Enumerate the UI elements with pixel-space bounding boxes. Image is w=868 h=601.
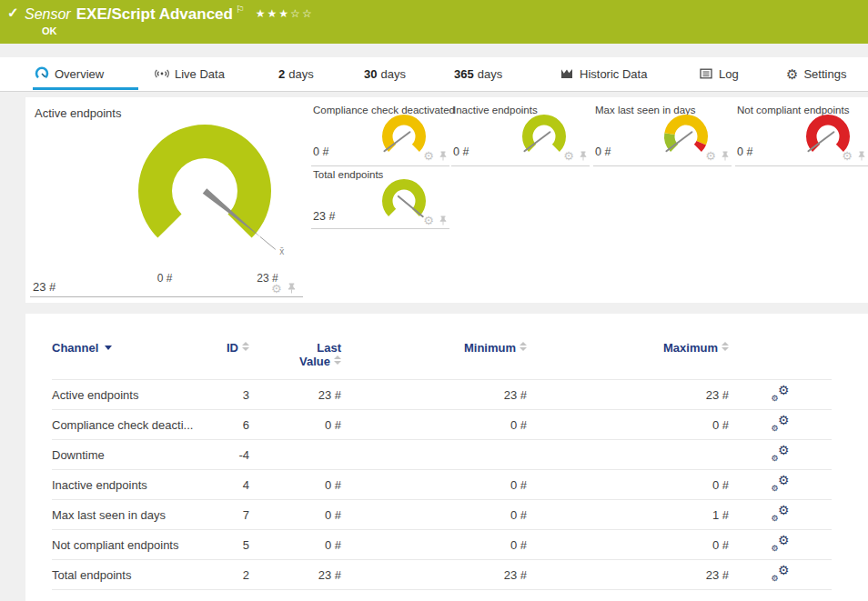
- minimum-value: 23 #: [341, 380, 527, 410]
- tab-label: days: [478, 67, 502, 81]
- tab-30-days[interactable]: 30 days: [364, 57, 406, 90]
- minimum-value: 0 #: [341, 530, 527, 560]
- table-row: Not compliant endpoints 5 0 # 0 # 0 # ⚙⚙: [52, 530, 832, 560]
- gear-icon[interactable]: ⚙: [423, 215, 434, 226]
- gear-icon[interactable]: ⚙: [563, 150, 574, 162]
- sensor-name: EXE/Script Advanced: [76, 5, 233, 23]
- sort-icon: [334, 356, 341, 365]
- status-badge: OK: [42, 25, 57, 36]
- gauge-card-total: Total endpoints 23 # ⚙: [311, 165, 449, 229]
- gear-icon[interactable]: ⚙: [705, 150, 716, 162]
- svg-text:x̄: x̄: [279, 246, 284, 256]
- maximum-value: 23 #: [527, 380, 729, 410]
- gauge-value: 0 #: [453, 145, 469, 158]
- maximum-value: [527, 440, 729, 470]
- tab-number: 365: [454, 67, 474, 81]
- table-row: Active endpoints 3 23 # 23 # 23 # ⚙⚙: [52, 380, 832, 410]
- channel-id: 3: [209, 380, 249, 410]
- gauge-active-endpoints: x̄: [118, 105, 291, 277]
- minimum-value: 0 #: [341, 410, 527, 440]
- pin-icon[interactable]: [579, 150, 588, 162]
- channel-table: Channel ID Last Value Minimum Maximum: [52, 314, 832, 590]
- sort-icon: [242, 342, 249, 351]
- column-header-maximum[interactable]: Maximum: [527, 314, 729, 380]
- gauge-value: 23 #: [33, 280, 56, 294]
- gear-icon[interactable]: ⚙: [271, 283, 282, 295]
- channel-name: Not compliant endpoints: [52, 530, 209, 560]
- edit-channel-icon[interactable]: ⚙⚙: [771, 536, 791, 552]
- gauge-value: 0 #: [737, 145, 752, 158]
- channel-name: Downtime: [52, 440, 209, 470]
- flag-icon[interactable]: ⚐: [236, 4, 245, 15]
- pin-icon[interactable]: [439, 150, 448, 162]
- table-row: Max last seen in days 7 0 # 0 # 1 # ⚙⚙: [52, 500, 832, 530]
- tab-2-days[interactable]: 2 days: [278, 57, 314, 90]
- table-header-row: Channel ID Last Value Minimum Maximum: [52, 314, 832, 380]
- pin-icon[interactable]: [857, 150, 866, 162]
- tab-live-data[interactable]: Live Data: [155, 57, 225, 90]
- tab-overview[interactable]: Overview: [35, 57, 104, 90]
- channel-name: Total endpoints: [52, 560, 209, 590]
- last-value: 0 #: [249, 410, 341, 440]
- edit-channel-icon[interactable]: ⚙⚙: [771, 386, 791, 402]
- area-chart-icon: [560, 66, 574, 81]
- card-action-icons: ⚙: [271, 282, 297, 295]
- sensor-title-line: SensorEXE/Script Advanced⚐★★★☆☆: [25, 4, 314, 24]
- live-broadcast-icon: [155, 66, 169, 81]
- tab-number: 2: [278, 67, 285, 81]
- gauge-value: 23 #: [313, 210, 335, 223]
- pin-icon[interactable]: [287, 282, 297, 295]
- tab-bar: Overview Live Data 2 days 30 days 365 da…: [0, 57, 868, 92]
- card-divider: [30, 296, 303, 297]
- tab-label: Overview: [55, 67, 104, 81]
- column-label: Last: [249, 341, 341, 355]
- column-header-id[interactable]: ID: [209, 314, 249, 380]
- maximum-value: 0 #: [527, 470, 729, 500]
- edit-channel-icon[interactable]: ⚙⚙: [771, 566, 791, 582]
- column-label: Channel: [52, 341, 98, 355]
- maximum-value: 23 #: [527, 560, 729, 590]
- tab-365-days[interactable]: 365 days: [454, 57, 502, 90]
- last-value: [249, 440, 341, 470]
- pin-icon[interactable]: [721, 150, 730, 162]
- edit-channel-icon[interactable]: ⚙⚙: [771, 506, 791, 522]
- minimum-value: 23 #: [341, 560, 527, 590]
- table-row: Total endpoints 2 23 # 23 # 23 # ⚙⚙: [52, 560, 832, 590]
- minimum-value: [341, 440, 527, 470]
- sort-icon: [520, 342, 527, 351]
- column-header-last-value[interactable]: Last Value: [249, 314, 341, 380]
- ok-check-icon: ✓: [7, 5, 19, 21]
- channel-id: 2: [209, 560, 249, 590]
- edit-channel-icon[interactable]: ⚙⚙: [771, 416, 791, 432]
- channel-name: Inactive endpoints: [52, 470, 209, 500]
- column-label: Maximum: [663, 341, 718, 355]
- column-header-minimum[interactable]: Minimum: [341, 314, 527, 380]
- active-tab-indicator: [33, 87, 138, 90]
- channel-name: Compliance check deacti...: [52, 410, 209, 440]
- maximum-value: 1 #: [527, 500, 729, 530]
- gauge-card-compliance: Compliance check deactivated 0 # ⚙: [311, 100, 449, 166]
- gauge-card-inactive: Inactive endpoints 0 # ⚙: [451, 100, 590, 166]
- edit-channel-icon[interactable]: ⚙⚙: [771, 446, 791, 462]
- table-row: Downtime -4 ⚙⚙: [52, 440, 832, 470]
- last-value: 0 #: [249, 470, 341, 500]
- gear-icon[interactable]: ⚙: [842, 150, 853, 162]
- card-action-icons: ⚙: [705, 150, 730, 162]
- edit-channel-icon[interactable]: ⚙⚙: [771, 476, 791, 492]
- gear-icon[interactable]: ⚙: [423, 150, 434, 162]
- tab-log[interactable]: Log: [699, 57, 739, 90]
- chevron-down-icon: [105, 346, 112, 350]
- tab-historic-data[interactable]: Historic Data: [560, 57, 647, 90]
- last-value: 23 #: [249, 380, 341, 410]
- tab-label: days: [380, 67, 405, 81]
- priority-stars[interactable]: ★★★☆☆: [256, 7, 314, 20]
- pin-icon[interactable]: [439, 215, 448, 226]
- gauge-value: 0 #: [313, 145, 328, 158]
- column-header-channel[interactable]: Channel: [52, 314, 209, 380]
- gauge-icon: [35, 66, 49, 81]
- card-action-icons: ⚙: [563, 150, 588, 162]
- sort-icon: [722, 342, 729, 351]
- tab-settings[interactable]: ⚙ Settings: [786, 57, 846, 90]
- table-row: Compliance check deacti... 6 0 # 0 # 0 #…: [52, 410, 832, 440]
- card-action-icons: ⚙: [842, 150, 866, 162]
